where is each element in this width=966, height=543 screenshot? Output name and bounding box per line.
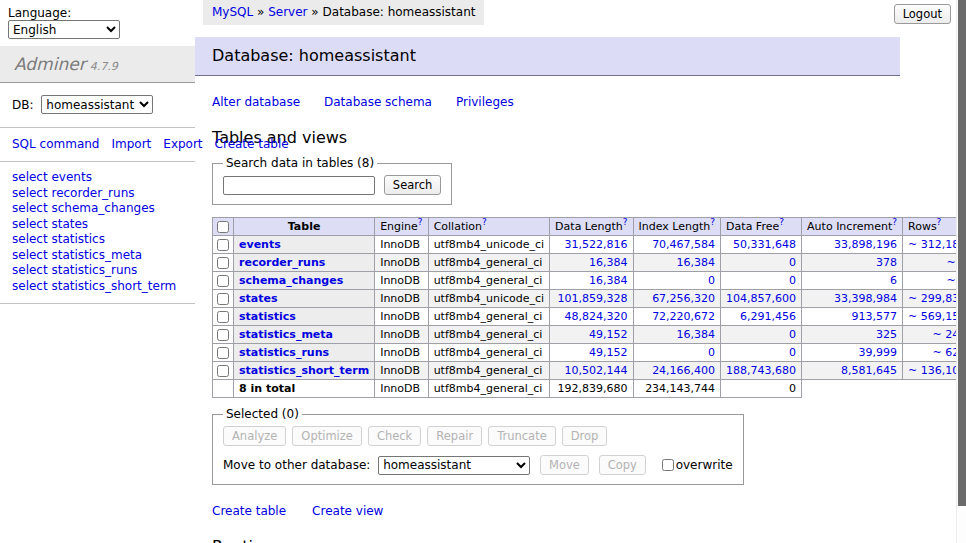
help-link[interactable]: ? (623, 217, 628, 227)
data-length-link[interactable]: 101,859,328 (558, 292, 628, 305)
index-length-link[interactable]: 0 (708, 274, 715, 287)
data-free-link[interactable]: 0 (789, 346, 796, 359)
auto-increment-link[interactable]: 378 (876, 256, 897, 269)
overwrite-option[interactable]: overwrite (658, 458, 733, 472)
row-checkbox[interactable] (217, 347, 229, 359)
db-select[interactable]: homeassistant (41, 95, 153, 114)
auto-increment-link[interactable]: 39,999 (859, 346, 898, 359)
sidebar-link-export[interactable]: Export (163, 137, 202, 151)
data-length-link[interactable]: 48,824,320 (565, 310, 628, 323)
total-engine-cell: InnoDB (375, 380, 428, 398)
breadcrumb-link-server[interactable]: Server (268, 5, 307, 19)
data-free-link[interactable]: 104,857,600 (726, 292, 796, 305)
index-length-link[interactable]: 67,256,320 (652, 292, 715, 305)
help-link[interactable]: ? (779, 217, 784, 227)
breadcrumb-link-mysql[interactable]: MySQL (212, 5, 253, 19)
data-length-link[interactable]: 31,522,816 (565, 238, 628, 251)
index-length-link[interactable]: 16,384 (677, 256, 716, 269)
search-input[interactable] (223, 176, 375, 195)
table-name-link[interactable]: events (239, 238, 281, 251)
auto-increment-link[interactable]: 33,898,196 (834, 238, 897, 251)
data-length-link[interactable]: 49,152 (589, 346, 628, 359)
logout-button[interactable]: Logout (894, 4, 951, 24)
vertical-scrollbar[interactable] (956, 0, 966, 543)
table-name-link[interactable]: recorder_runs (239, 256, 325, 269)
auto-increment-link[interactable]: 33,398,984 (834, 292, 897, 305)
table-select-link-statistics-meta[interactable]: select statistics_meta (12, 248, 183, 264)
database-schema-link[interactable]: Database schema (324, 95, 432, 109)
row-checkbox[interactable] (217, 239, 229, 251)
data-length-link[interactable]: 16,384 (589, 256, 628, 269)
data-free-link[interactable]: 188,743,680 (726, 364, 796, 377)
auto-increment-link[interactable]: 6 (890, 274, 897, 287)
row-checkbox[interactable] (217, 275, 229, 287)
table-name-link[interactable]: statistics_meta (239, 328, 333, 341)
help-link[interactable]: ? (482, 217, 487, 227)
table-select-link-statistics-runs[interactable]: select statistics_runs (12, 263, 183, 279)
table-select-link-schema-changes[interactable]: select schema_changes (12, 201, 183, 217)
collation-cell: utf8mb4_unicode_ci (428, 236, 549, 254)
sidebar-link-create-table[interactable]: Create table (215, 137, 289, 151)
table-name-link[interactable]: statistics_runs (239, 346, 329, 359)
create-links: Create tableCreate view (212, 504, 900, 518)
row-checkbox[interactable] (217, 257, 229, 269)
index-length-link[interactable]: 70,467,584 (652, 238, 715, 251)
row-checkbox[interactable] (217, 293, 229, 305)
table-select-link-events[interactable]: select events (12, 170, 183, 186)
analyze-button[interactable]: Analyze (223, 426, 286, 446)
copy-button[interactable]: Copy (599, 455, 646, 475)
help-link[interactable]: ? (418, 217, 423, 227)
alter-database-link[interactable]: Alter database (212, 95, 300, 109)
table-name-link[interactable]: statistics_short_term (239, 364, 369, 377)
select-all-checkbox[interactable] (217, 221, 229, 233)
auto-increment-link[interactable]: 325 (876, 328, 897, 341)
data-free-link[interactable]: 0 (789, 256, 796, 269)
move-label: Move to other database: (223, 458, 370, 472)
auto-increment-link[interactable]: 8,581,645 (841, 364, 897, 377)
table-select-link-statistics[interactable]: select statistics (12, 232, 183, 248)
index-length-link[interactable]: 0 (708, 346, 715, 359)
help-link[interactable]: ? (710, 217, 715, 227)
repair-button[interactable]: Repair (427, 426, 482, 446)
data-free-link[interactable]: 6,291,456 (740, 310, 796, 323)
create-view-link[interactable]: Create view (312, 504, 383, 518)
overwrite-checkbox[interactable] (662, 459, 674, 471)
search-button[interactable]: Search (384, 175, 442, 195)
auto-increment-link[interactable]: 913,577 (852, 310, 898, 323)
optimize-button[interactable]: Optimize (292, 426, 362, 446)
row-checkbox[interactable] (217, 329, 229, 341)
privileges-link[interactable]: Privileges (456, 95, 514, 109)
table-name-link[interactable]: schema_changes (239, 274, 343, 287)
sidebar-table-links: select eventsselect recorder_runsselect … (0, 162, 195, 304)
table-name-link[interactable]: states (239, 292, 278, 305)
table-name-link[interactable]: statistics (239, 310, 296, 323)
data-length-link[interactable]: 10,502,144 (565, 364, 628, 377)
data-free-link[interactable]: 0 (789, 328, 796, 341)
index-length-link[interactable]: 16,384 (677, 328, 716, 341)
move-db-select[interactable]: homeassistant (378, 456, 530, 475)
data-length-link[interactable]: 16,384 (589, 274, 628, 287)
row-checkbox-cell (213, 308, 234, 326)
table-row: schema_changesInnoDButf8mb4_general_ci16… (213, 272, 966, 290)
sidebar-link-sql-command[interactable]: SQL command (12, 137, 99, 151)
check-button[interactable]: Check (368, 426, 421, 446)
index-length-link[interactable]: 72,220,672 (652, 310, 715, 323)
table-select-link-statistics-short-term[interactable]: select statistics_short_term (12, 279, 183, 295)
help-link[interactable]: ? (937, 217, 942, 227)
scrollbar-thumb[interactable] (958, 0, 966, 506)
sidebar-link-import[interactable]: Import (111, 137, 151, 151)
index-length-link[interactable]: 24,166,400 (652, 364, 715, 377)
data-length-link[interactable]: 49,152 (589, 328, 628, 341)
row-checkbox[interactable] (217, 311, 229, 323)
drop-button[interactable]: Drop (562, 426, 608, 446)
row-checkbox[interactable] (217, 365, 229, 377)
move-button[interactable]: Move (540, 455, 589, 475)
data-free-link[interactable]: 0 (789, 274, 796, 287)
help-link[interactable]: ? (892, 217, 897, 227)
data-free-link[interactable]: 50,331,648 (733, 238, 796, 251)
truncate-button[interactable]: Truncate (488, 426, 556, 446)
create-table-link[interactable]: Create table (212, 504, 286, 518)
table-select-link-recorder-runs[interactable]: select recorder_runs (12, 186, 183, 202)
language-select[interactable]: English (8, 20, 120, 39)
table-select-link-states[interactable]: select states (12, 217, 183, 233)
